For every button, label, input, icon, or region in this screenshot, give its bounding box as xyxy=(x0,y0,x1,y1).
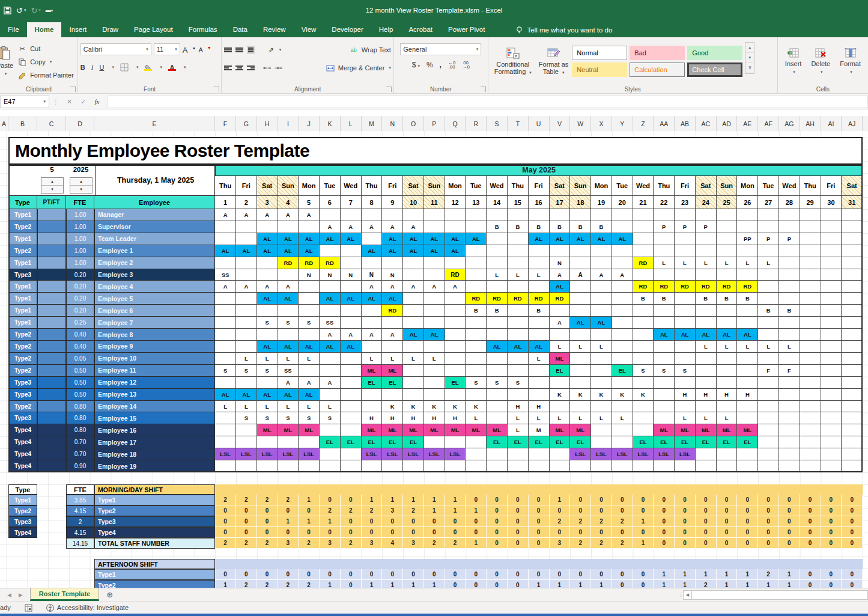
shift-cell[interactable] xyxy=(257,305,278,317)
conditional-formatting-button[interactable]: ≠ ConditionalFormatting ▾ xyxy=(491,40,535,84)
morning-count-cell[interactable]: 0 xyxy=(424,516,445,527)
font-dialog-launcher[interactable] xyxy=(214,87,219,92)
shift-cell[interactable]: A xyxy=(382,281,403,293)
shift-cell[interactable] xyxy=(257,329,278,341)
shift-cell[interactable]: RD xyxy=(529,293,550,305)
shift-cell[interactable]: AL xyxy=(570,317,591,329)
shift-cell[interactable] xyxy=(403,317,424,329)
shift-cell[interactable] xyxy=(675,341,696,353)
roster-fte-cell[interactable]: 0.80 xyxy=(66,401,94,413)
shift-cell[interactable] xyxy=(445,209,466,221)
morning-count-cell[interactable]: 0 xyxy=(633,505,654,516)
morning-count-cell[interactable]: 0 xyxy=(550,527,571,538)
roster-employee-name[interactable]: Employee 5 xyxy=(94,293,215,305)
shift-cell[interactable] xyxy=(737,448,758,460)
morning-count-cell[interactable]: 0 xyxy=(717,516,738,527)
shift-cell[interactable] xyxy=(842,436,863,448)
shift-cell[interactable] xyxy=(737,401,758,413)
afternoon-count-cell[interactable]: 0 xyxy=(487,569,508,580)
shift-cell[interactable]: A xyxy=(382,329,403,341)
shift-cell[interactable] xyxy=(236,221,257,233)
shift-cell[interactable] xyxy=(842,341,863,353)
roster-ptft-cell[interactable] xyxy=(37,436,66,448)
shift-cell[interactable] xyxy=(529,377,550,389)
shift-cell[interactable] xyxy=(842,389,863,401)
shift-cell[interactable]: LSL xyxy=(424,448,445,460)
shift-cell[interactable] xyxy=(550,448,571,460)
column-header-I[interactable]: I xyxy=(278,116,299,131)
morning-count-cell[interactable]: 0 xyxy=(654,495,675,505)
shift-cell[interactable]: LSL xyxy=(570,448,591,460)
shift-cell[interactable]: S xyxy=(257,317,278,329)
ribbon-tab-draw[interactable]: Draw xyxy=(94,22,126,37)
shift-cell[interactable]: F xyxy=(779,365,800,377)
shift-cell[interactable]: A xyxy=(236,209,257,221)
day-number-17[interactable]: 17 xyxy=(550,196,571,209)
percent-button[interactable]: % xyxy=(426,61,433,69)
shift-cell[interactable]: N xyxy=(382,269,403,281)
shift-cell[interactable] xyxy=(591,436,612,448)
morning-count-cell[interactable]: 0 xyxy=(278,505,299,516)
morning-count-cell[interactable]: 0 xyxy=(696,495,717,505)
column-header-L[interactable]: L xyxy=(341,116,362,131)
shift-cell[interactable] xyxy=(800,209,821,221)
shift-cell[interactable] xyxy=(320,281,341,293)
shift-cell[interactable] xyxy=(737,317,758,329)
afternoon-count-cell[interactable]: 0 xyxy=(403,569,424,580)
shift-cell[interactable] xyxy=(591,329,612,341)
day-name-3[interactable]: Sat xyxy=(257,176,278,197)
afternoon-count-cell[interactable]: 1 xyxy=(424,580,445,588)
shift-cell[interactable] xyxy=(341,424,362,436)
shift-cell[interactable] xyxy=(821,233,842,245)
shift-cell[interactable]: S xyxy=(633,365,654,377)
shift-cell[interactable]: A xyxy=(445,281,466,293)
total-count-cell[interactable]: 0 xyxy=(508,538,529,549)
shift-cell[interactable] xyxy=(445,389,466,401)
shift-cell[interactable]: AL xyxy=(445,233,466,245)
shift-cell[interactable]: L xyxy=(508,269,529,281)
shift-cell[interactable] xyxy=(800,412,821,424)
shift-cell[interactable]: L xyxy=(382,353,403,365)
shift-cell[interactable]: EL xyxy=(612,365,633,377)
afternoon-count-cell[interactable]: 2 xyxy=(236,580,257,588)
shift-cell[interactable] xyxy=(779,401,800,413)
increase-indent-icon[interactable]: ⇥≡ xyxy=(275,65,282,71)
shift-cell[interactable]: S xyxy=(236,365,257,377)
day-name-13[interactable]: Tue xyxy=(466,176,487,197)
shift-cell[interactable] xyxy=(403,305,424,317)
morning-count-cell[interactable]: 0 xyxy=(612,505,633,516)
morning-count-cell[interactable]: 2 xyxy=(403,505,424,516)
shift-cell[interactable] xyxy=(341,281,362,293)
roster-fte-cell[interactable]: 0.20 xyxy=(66,293,94,305)
shift-cell[interactable]: LSL xyxy=(654,448,675,460)
shift-cell[interactable] xyxy=(800,233,821,245)
shift-cell[interactable]: AL xyxy=(236,245,257,257)
shift-cell[interactable]: EL xyxy=(570,436,591,448)
shift-cell[interactable]: RD xyxy=(320,257,341,269)
column-header-D[interactable]: D xyxy=(66,116,94,131)
shift-cell[interactable] xyxy=(257,460,278,472)
column-header-Y[interactable]: Y xyxy=(612,116,633,131)
borders-button[interactable] xyxy=(120,63,129,72)
total-count-cell[interactable]: 2 xyxy=(257,538,278,549)
shift-cell[interactable] xyxy=(696,377,717,389)
morning-count-cell[interactable]: 0 xyxy=(529,505,550,516)
shift-cell[interactable]: K xyxy=(466,401,487,413)
align-top-icon[interactable] xyxy=(224,47,232,53)
roster-employee-name[interactable]: Employee 10 xyxy=(94,353,215,365)
shift-cell[interactable] xyxy=(842,401,863,413)
shift-cell[interactable] xyxy=(215,257,236,269)
afternoon-count-cell[interactable]: 1 xyxy=(696,569,717,580)
shift-cell[interactable]: P xyxy=(779,233,800,245)
shift-cell[interactable]: AL xyxy=(591,233,612,245)
shift-cell[interactable]: L xyxy=(550,341,571,353)
morning-count-cell[interactable]: 2 xyxy=(341,505,362,516)
morning-count-cell[interactable]: 0 xyxy=(508,516,529,527)
shift-cell[interactable]: H xyxy=(529,401,550,413)
shift-cell[interactable]: L xyxy=(550,412,571,424)
shift-cell[interactable] xyxy=(424,305,445,317)
shift-cell[interactable]: EL xyxy=(717,436,738,448)
morning-count-cell[interactable]: 0 xyxy=(236,516,257,527)
afternoon-count-cell[interactable]: 1 xyxy=(654,580,675,588)
shift-cell[interactable] xyxy=(654,377,675,389)
